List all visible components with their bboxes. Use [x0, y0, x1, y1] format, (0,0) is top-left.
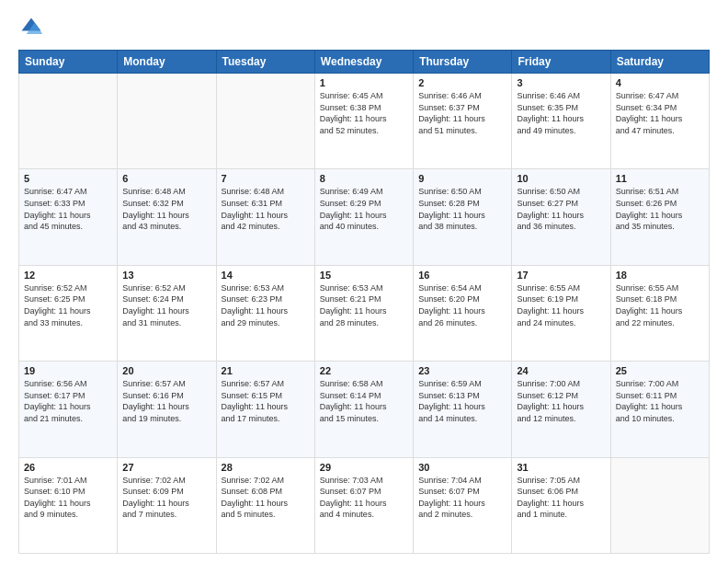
day-of-week-row: SundayMondayTuesdayWednesdayThursdayFrid…	[19, 51, 710, 74]
day-info: Sunrise: 6:49 AM Sunset: 6:29 PM Dayligh…	[320, 186, 408, 232]
header	[18, 15, 710, 40]
day-info: Sunrise: 6:47 AM Sunset: 6:33 PM Dayligh…	[24, 186, 112, 232]
calendar-day-cell: 24Sunrise: 7:00 AM Sunset: 6:12 PM Dayli…	[512, 362, 610, 457]
calendar-day-cell: 22Sunrise: 6:58 AM Sunset: 6:14 PM Dayli…	[314, 362, 413, 457]
calendar-day-cell: 23Sunrise: 6:59 AM Sunset: 6:13 PM Dayli…	[414, 362, 512, 457]
calendar-day-cell: 1Sunrise: 6:45 AM Sunset: 6:38 PM Daylig…	[314, 74, 413, 169]
calendar-day-cell: 20Sunrise: 6:57 AM Sunset: 6:16 PM Dayli…	[118, 362, 216, 457]
calendar-table: SundayMondayTuesdayWednesdayThursdayFrid…	[18, 50, 710, 554]
dow-header: Wednesday	[314, 51, 413, 74]
calendar-day-cell: 9Sunrise: 6:50 AM Sunset: 6:28 PM Daylig…	[414, 169, 512, 265]
day-info: Sunrise: 7:05 AM Sunset: 6:06 PM Dayligh…	[517, 475, 605, 521]
calendar-day-cell: 18Sunrise: 6:55 AM Sunset: 6:18 PM Dayli…	[610, 265, 709, 361]
dow-header: Monday	[118, 51, 216, 74]
day-info: Sunrise: 7:00 AM Sunset: 6:12 PM Dayligh…	[517, 378, 605, 424]
calendar-day-cell: 15Sunrise: 6:53 AM Sunset: 6:21 PM Dayli…	[314, 265, 413, 361]
logo-icon	[18, 15, 44, 40]
day-info: Sunrise: 6:54 AM Sunset: 6:20 PM Dayligh…	[418, 282, 506, 328]
calendar-day-cell: 27Sunrise: 7:02 AM Sunset: 6:09 PM Dayli…	[118, 457, 216, 553]
calendar-week-row: 26Sunrise: 7:01 AM Sunset: 6:10 PM Dayli…	[19, 457, 710, 553]
day-info: Sunrise: 6:55 AM Sunset: 6:18 PM Dayligh…	[616, 282, 704, 328]
day-info: Sunrise: 7:01 AM Sunset: 6:10 PM Dayligh…	[24, 475, 112, 521]
day-info: Sunrise: 6:53 AM Sunset: 6:21 PM Dayligh…	[320, 282, 408, 328]
calendar-day-cell: 30Sunrise: 7:04 AM Sunset: 6:07 PM Dayli…	[414, 457, 512, 553]
day-number: 31	[517, 462, 605, 473]
calendar-day-cell: 31Sunrise: 7:05 AM Sunset: 6:06 PM Dayli…	[512, 457, 610, 553]
day-info: Sunrise: 6:52 AM Sunset: 6:24 PM Dayligh…	[122, 282, 210, 328]
calendar-week-row: 5Sunrise: 6:47 AM Sunset: 6:33 PM Daylig…	[19, 169, 710, 265]
calendar-day-cell	[216, 74, 314, 169]
calendar-day-cell: 7Sunrise: 6:48 AM Sunset: 6:31 PM Daylig…	[216, 169, 314, 265]
day-info: Sunrise: 6:56 AM Sunset: 6:17 PM Dayligh…	[24, 378, 112, 424]
day-info: Sunrise: 6:46 AM Sunset: 6:37 PM Dayligh…	[418, 90, 506, 136]
day-number: 25	[616, 365, 704, 376]
day-number: 2	[418, 77, 506, 88]
day-number: 23	[418, 365, 506, 376]
day-info: Sunrise: 6:51 AM Sunset: 6:26 PM Dayligh…	[616, 186, 704, 232]
day-number: 29	[320, 462, 408, 473]
day-number: 21	[222, 365, 310, 376]
dow-header: Thursday	[414, 51, 512, 74]
calendar-day-cell: 12Sunrise: 6:52 AM Sunset: 6:25 PM Dayli…	[19, 265, 118, 361]
calendar-day-cell: 26Sunrise: 7:01 AM Sunset: 6:10 PM Dayli…	[19, 457, 118, 553]
day-number: 18	[616, 270, 704, 281]
day-number: 17	[517, 270, 605, 281]
day-number: 13	[122, 270, 210, 281]
calendar-day-cell: 11Sunrise: 6:51 AM Sunset: 6:26 PM Dayli…	[610, 169, 709, 265]
day-number: 15	[320, 270, 408, 281]
day-info: Sunrise: 6:50 AM Sunset: 6:27 PM Dayligh…	[517, 186, 605, 232]
day-info: Sunrise: 7:04 AM Sunset: 6:07 PM Dayligh…	[418, 475, 506, 521]
day-info: Sunrise: 7:02 AM Sunset: 6:08 PM Dayligh…	[222, 475, 310, 521]
day-info: Sunrise: 6:59 AM Sunset: 6:13 PM Dayligh…	[418, 378, 506, 424]
day-info: Sunrise: 7:00 AM Sunset: 6:11 PM Dayligh…	[616, 378, 704, 424]
day-number: 8	[320, 173, 408, 184]
day-number: 26	[24, 462, 112, 473]
calendar-day-cell: 13Sunrise: 6:52 AM Sunset: 6:24 PM Dayli…	[118, 265, 216, 361]
day-number: 24	[517, 365, 605, 376]
day-number: 9	[418, 173, 506, 184]
day-info: Sunrise: 6:57 AM Sunset: 6:15 PM Dayligh…	[222, 378, 310, 424]
calendar-day-cell: 14Sunrise: 6:53 AM Sunset: 6:23 PM Dayli…	[216, 265, 314, 361]
calendar-day-cell: 4Sunrise: 6:47 AM Sunset: 6:34 PM Daylig…	[610, 74, 709, 169]
dow-header: Saturday	[610, 51, 709, 74]
day-number: 7	[222, 173, 310, 184]
dow-header: Friday	[512, 51, 610, 74]
day-info: Sunrise: 6:50 AM Sunset: 6:28 PM Dayligh…	[418, 186, 506, 232]
day-info: Sunrise: 6:53 AM Sunset: 6:23 PM Dayligh…	[222, 282, 310, 328]
day-info: Sunrise: 6:52 AM Sunset: 6:25 PM Dayligh…	[24, 282, 112, 328]
day-number: 11	[616, 173, 704, 184]
day-info: Sunrise: 6:57 AM Sunset: 6:16 PM Dayligh…	[122, 378, 210, 424]
calendar-day-cell: 10Sunrise: 6:50 AM Sunset: 6:27 PM Dayli…	[512, 169, 610, 265]
day-number: 22	[320, 365, 408, 376]
day-number: 5	[24, 173, 112, 184]
calendar-day-cell: 28Sunrise: 7:02 AM Sunset: 6:08 PM Dayli…	[216, 457, 314, 553]
day-number: 30	[418, 462, 506, 473]
calendar-day-cell: 17Sunrise: 6:55 AM Sunset: 6:19 PM Dayli…	[512, 265, 610, 361]
day-info: Sunrise: 6:45 AM Sunset: 6:38 PM Dayligh…	[320, 90, 408, 136]
calendar-day-cell: 21Sunrise: 6:57 AM Sunset: 6:15 PM Dayli…	[216, 362, 314, 457]
day-info: Sunrise: 6:47 AM Sunset: 6:34 PM Dayligh…	[616, 90, 704, 136]
day-number: 10	[517, 173, 605, 184]
day-info: Sunrise: 7:02 AM Sunset: 6:09 PM Dayligh…	[122, 475, 210, 521]
calendar-week-row: 1Sunrise: 6:45 AM Sunset: 6:38 PM Daylig…	[19, 74, 710, 169]
day-info: Sunrise: 6:55 AM Sunset: 6:19 PM Dayligh…	[517, 282, 605, 328]
day-info: Sunrise: 6:48 AM Sunset: 6:31 PM Dayligh…	[222, 186, 310, 232]
day-number: 28	[222, 462, 310, 473]
calendar-day-cell: 29Sunrise: 7:03 AM Sunset: 6:07 PM Dayli…	[314, 457, 413, 553]
day-number: 3	[517, 77, 605, 88]
logo	[18, 15, 48, 40]
calendar-day-cell: 2Sunrise: 6:46 AM Sunset: 6:37 PM Daylig…	[414, 74, 512, 169]
calendar-day-cell	[610, 457, 709, 553]
day-number: 1	[320, 77, 408, 88]
day-number: 14	[222, 270, 310, 281]
calendar-body: 1Sunrise: 6:45 AM Sunset: 6:38 PM Daylig…	[19, 74, 710, 554]
calendar-day-cell: 8Sunrise: 6:49 AM Sunset: 6:29 PM Daylig…	[314, 169, 413, 265]
calendar-day-cell: 6Sunrise: 6:48 AM Sunset: 6:32 PM Daylig…	[118, 169, 216, 265]
calendar-day-cell: 25Sunrise: 7:00 AM Sunset: 6:11 PM Dayli…	[610, 362, 709, 457]
page: SundayMondayTuesdayWednesdayThursdayFrid…	[0, 0, 728, 563]
dow-header: Sunday	[19, 51, 118, 74]
day-number: 4	[616, 77, 704, 88]
calendar-week-row: 12Sunrise: 6:52 AM Sunset: 6:25 PM Dayli…	[19, 265, 710, 361]
calendar-day-cell: 3Sunrise: 6:46 AM Sunset: 6:35 PM Daylig…	[512, 74, 610, 169]
day-info: Sunrise: 7:03 AM Sunset: 6:07 PM Dayligh…	[320, 475, 408, 521]
